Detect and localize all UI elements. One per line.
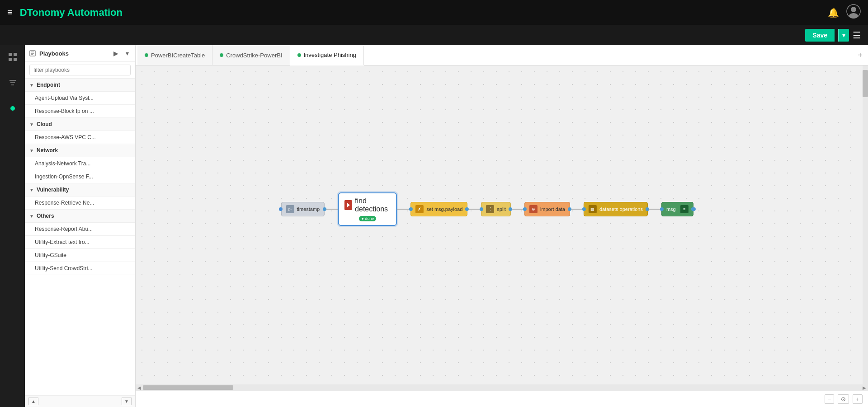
canvas-area: PowerBICreateTable CrowdStrike-PowerBI I… — [136, 45, 868, 407]
connector-line — [648, 209, 661, 210]
sidebar-icon-filter[interactable] — [5, 75, 20, 92]
zoom-out-button[interactable]: − — [825, 394, 835, 404]
playbook-item[interactable]: Response-AWS VPC C... — [25, 131, 135, 144]
category-endpoint[interactable]: ▼ Endpoint — [25, 79, 135, 92]
scroll-left-arrow[interactable]: ◀ — [136, 385, 143, 390]
filter-playbooks-input[interactable] — [29, 65, 131, 75]
playbook-item[interactable]: Utility-GSuite — [25, 249, 135, 262]
node-timestamp[interactable]: ▷ timestamp — [281, 202, 325, 216]
node-find-detections[interactable]: find detections ● done — [338, 192, 397, 226]
tab-dot — [297, 53, 301, 57]
main-layout: Playbooks ▶ ▾ ▼ Endpoint Agent-Upload Vi… — [0, 45, 868, 407]
sidebar-icon-grid[interactable] — [5, 50, 20, 66]
category-cloud[interactable]: ▼ Cloud — [25, 118, 135, 131]
svg-rect-4 — [14, 53, 17, 56]
node-set-msg-payload-left-connector — [409, 207, 413, 211]
category-vulnerability[interactable]: ▼ Vulnerability — [25, 183, 135, 196]
category-cloud-label: Cloud — [37, 121, 52, 127]
playbooks-play-button[interactable]: ▶ — [112, 49, 120, 58]
category-network-label: Network — [37, 147, 58, 154]
app-title: DTonomy Automation — [20, 7, 123, 19]
node-import-data-right-connector — [568, 207, 571, 211]
playbook-item[interactable]: Utility-Send CrowdStri... — [25, 262, 135, 275]
scroll-controls: ▲ ▼ — [25, 395, 135, 407]
node-split[interactable]: ⋮ split — [481, 202, 511, 216]
node-split-icon: ⋮ — [486, 205, 494, 213]
node-timestamp-icon: ▷ — [286, 205, 294, 213]
playbook-item[interactable]: Response-Retrieve Ne... — [25, 196, 135, 210]
tab-label: PowerBICreateTable — [151, 52, 205, 59]
scroll-right-arrow[interactable]: ▶ — [861, 385, 868, 390]
node-msg-label: msg — [666, 206, 676, 212]
svg-point-2 — [849, 13, 858, 19]
canvas-hscroll-thumb[interactable] — [143, 385, 233, 390]
node-import-data[interactable]: ⊕ import data — [524, 202, 570, 216]
tab-add-button[interactable]: + — [852, 51, 868, 60]
connector-line — [325, 209, 338, 210]
save-button[interactable]: Save — [805, 29, 835, 42]
chevron-cloud: ▼ — [29, 122, 34, 127]
filter-input-wrap — [25, 62, 135, 79]
playbooks-panel: Playbooks ▶ ▾ ▼ Endpoint Agent-Upload Vi… — [25, 45, 136, 407]
connector-line — [511, 209, 524, 210]
playbook-item[interactable]: Agent-Upload Via Sysl... — [25, 92, 135, 105]
node-datasets-operations-right-connector — [646, 207, 649, 211]
scroll-down-button[interactable]: ▼ — [122, 398, 132, 405]
tab-crowdstrike-powerbi[interactable]: CrowdStrike-PowerBI — [212, 45, 290, 65]
tabs-bar: PowerBICreateTable CrowdStrike-PowerBI I… — [136, 45, 868, 65]
category-others[interactable]: ▼ Others — [25, 210, 135, 223]
playbooks-header: Playbooks ▶ ▾ — [25, 45, 135, 62]
playbook-item[interactable]: Response-Block Ip on ... — [25, 105, 135, 118]
svg-point-10 — [10, 106, 15, 111]
playbooks-dropdown-button[interactable]: ▾ — [124, 49, 131, 58]
connector-line — [397, 209, 410, 210]
node-set-msg-payload-icon: ✗ — [415, 205, 424, 213]
svg-rect-3 — [9, 53, 12, 56]
icon-sidebar — [0, 45, 25, 407]
node-msg[interactable]: msg ≡ — [661, 202, 693, 216]
book-icon — [29, 50, 36, 56]
node-find-detections-left-connector — [278, 207, 282, 211]
zoom-in-button[interactable]: + — [853, 394, 863, 404]
svg-rect-6 — [14, 58, 17, 61]
user-icon[interactable] — [846, 4, 861, 21]
node-timestamp-right-connector — [323, 207, 326, 211]
node-find-detections-content: find detections — [344, 197, 391, 213]
node-msg-left-connector — [660, 207, 664, 211]
connector-line — [467, 209, 481, 210]
playbook-item[interactable]: Response-Report Abu... — [25, 223, 135, 236]
category-vulnerability-label: Vulnerability — [37, 187, 69, 193]
tab-powerbicreatetable[interactable]: PowerBICreateTable — [137, 45, 212, 65]
category-endpoint-label: Endpoint — [37, 82, 60, 88]
node-set-msg-payload[interactable]: ✗ set msg.payload — [410, 202, 467, 216]
fit-button[interactable]: ⊙ — [838, 394, 849, 404]
bell-icon[interactable]: 🔔 — [828, 7, 839, 18]
tab-dot — [220, 53, 223, 57]
category-network[interactable]: ▼ Network — [25, 144, 135, 157]
save-dropdown-button[interactable]: ▾ — [838, 29, 849, 42]
scroll-up-button[interactable]: ▲ — [28, 398, 38, 405]
menu-icon-button[interactable]: ☰ — [853, 30, 861, 41]
canvas-workspace[interactable]: ▷ timestamp find detections — [136, 65, 868, 384]
node-set-msg-payload-label: set msg.payload — [426, 206, 462, 212]
canvas-vscroll-thumb[interactable] — [863, 70, 868, 97]
node-datasets-operations-left-connector — [582, 207, 586, 211]
svg-point-1 — [851, 7, 856, 12]
svg-rect-5 — [9, 58, 12, 61]
chevron-vulnerability: ▼ — [29, 187, 34, 192]
node-import-data-left-connector — [523, 207, 527, 211]
chevron-network: ▼ — [29, 148, 34, 153]
playbook-item[interactable]: Analysis-Network Tra... — [25, 157, 135, 170]
chevron-others: ▼ — [29, 214, 34, 219]
node-import-data-label: import data — [540, 206, 565, 212]
canvas-hscroll[interactable]: ◀ ▶ — [136, 384, 868, 391]
hamburger-icon[interactable]: ≡ — [7, 7, 13, 18]
node-datasets-operations[interactable]: ▦ datasets operations — [584, 202, 648, 216]
tab-label: Investigate Phishing — [304, 51, 356, 58]
canvas-vscroll[interactable] — [863, 65, 868, 384]
playbook-item[interactable]: Utility-Extract text fro... — [25, 236, 135, 249]
sidebar-icon-circle[interactable] — [7, 101, 18, 116]
tab-investigate-phishing[interactable]: Investigate Phishing — [290, 46, 364, 65]
connector-line — [570, 209, 584, 210]
playbook-item[interactable]: Ingestion-OpnSense F... — [25, 170, 135, 183]
